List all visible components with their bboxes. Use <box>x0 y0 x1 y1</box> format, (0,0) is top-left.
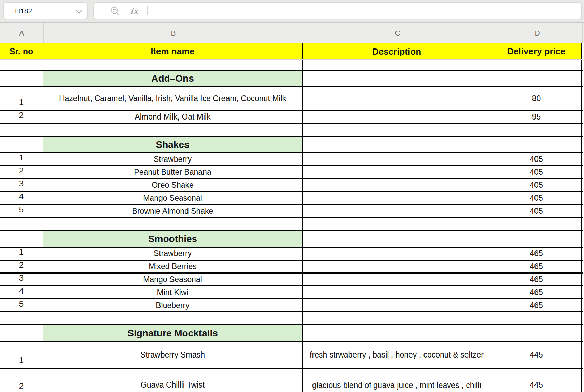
cell[interactable] <box>303 71 491 86</box>
cell[interactable] <box>491 71 582 86</box>
cell[interactable] <box>0 71 43 86</box>
column-header-a[interactable]: A <box>0 23 44 43</box>
header-cell-item[interactable]: Item name <box>43 43 303 59</box>
item-description-cell[interactable] <box>303 299 491 311</box>
item-name-cell[interactable]: Mint Kiwi <box>43 286 303 298</box>
item-description-cell[interactable]: glacious blend of guava juice , mint lea… <box>303 369 491 392</box>
cell[interactable] <box>303 218 491 230</box>
item-price-cell[interactable]: 465 <box>491 248 582 260</box>
cell[interactable] <box>303 60 491 70</box>
column-header-c[interactable]: C <box>303 23 492 43</box>
item-price-cell[interactable]: 465 <box>491 299 582 311</box>
cell[interactable] <box>303 124 491 136</box>
item-sr-cell[interactable]: 2 <box>0 166 43 178</box>
header-cell-price[interactable]: Delivery price <box>491 43 582 59</box>
item-description-cell[interactable] <box>303 205 491 217</box>
item-name-cell[interactable]: Peanut Butter Banana <box>43 166 303 178</box>
cell[interactable] <box>43 60 303 70</box>
item-description-cell[interactable] <box>303 179 491 191</box>
cell[interactable] <box>43 218 303 230</box>
item-sr-cell[interactable]: 1 <box>0 248 43 260</box>
column-header-b[interactable]: B <box>44 23 303 43</box>
cell[interactable] <box>491 325 582 341</box>
cell[interactable] <box>0 231 43 247</box>
column-header-d[interactable]: D <box>492 23 583 43</box>
item-name-cell[interactable]: Mango Seasonal <box>43 274 303 285</box>
cell[interactable] <box>0 312 43 324</box>
item-name-cell[interactable]: Brownie Almond Shake <box>43 205 303 217</box>
cell[interactable] <box>0 325 43 341</box>
item-price-cell[interactable]: 80 <box>491 87 582 110</box>
item-sr-cell[interactable]: 1 <box>0 153 43 165</box>
item-description-cell[interactable] <box>303 248 491 260</box>
cell[interactable] <box>303 312 491 324</box>
item-name-cell[interactable]: Strawberry Smash <box>43 342 303 368</box>
section-title[interactable]: Shakes <box>43 137 303 152</box>
item-description-cell[interactable] <box>303 286 491 298</box>
cell[interactable] <box>303 325 491 341</box>
item-description-cell[interactable] <box>303 192 491 204</box>
item-sr-cell[interactable]: 2 <box>0 261 43 272</box>
cell[interactable] <box>491 137 582 152</box>
item-description-cell[interactable] <box>303 274 491 285</box>
item-sr-cell[interactable]: 2 <box>0 369 43 392</box>
cell[interactable] <box>303 137 491 152</box>
item-description-cell[interactable]: fresh strwaberry , basil , honey , cocon… <box>303 342 491 368</box>
cell[interactable] <box>0 60 43 70</box>
item-sr-cell[interactable]: 5 <box>0 299 43 311</box>
item-name-cell[interactable]: Strawberry <box>43 248 303 260</box>
cell[interactable] <box>491 60 582 70</box>
item-price-cell[interactable]: 445 <box>491 369 582 392</box>
item-sr-cell[interactable]: 2 <box>0 111 43 123</box>
item-name-cell[interactable]: Almond Milk, Oat Milk <box>43 111 303 123</box>
cell[interactable] <box>491 231 582 247</box>
item-description-cell[interactable] <box>303 111 491 123</box>
item-description-cell[interactable] <box>303 153 491 165</box>
item-name-cell[interactable]: Guava Chillli Twist <box>43 369 303 392</box>
item-sr-cell[interactable]: 1 <box>0 87 43 110</box>
item-price-cell[interactable]: 465 <box>491 274 582 285</box>
cell[interactable] <box>0 218 43 230</box>
item-sr-cell[interactable]: 5 <box>0 205 43 217</box>
item-name-cell[interactable]: Blueberry <box>43 299 303 311</box>
formula-bar-input[interactable]: fx <box>93 2 582 19</box>
item-sr-cell[interactable]: 3 <box>0 274 43 285</box>
section-title[interactable]: Signature Mocktails <box>43 325 303 341</box>
item-price-cell[interactable]: 405 <box>491 166 582 178</box>
item-name-cell[interactable]: Mango Seasonal <box>43 192 303 204</box>
cell[interactable] <box>43 312 303 324</box>
section-title[interactable]: Smoothies <box>43 231 303 247</box>
item-sr-cell[interactable]: 4 <box>0 286 43 298</box>
cell[interactable] <box>303 231 491 247</box>
cell[interactable] <box>491 124 582 136</box>
search-icon[interactable] <box>110 6 120 16</box>
item-price-cell[interactable]: 405 <box>491 205 582 217</box>
cell[interactable] <box>491 218 582 230</box>
item-price-cell[interactable]: 445 <box>491 342 582 368</box>
item-price-cell[interactable]: 405 <box>491 179 582 191</box>
cell[interactable] <box>0 124 43 136</box>
item-price-cell[interactable]: 465 <box>491 286 582 298</box>
item-price-cell[interactable]: 95 <box>491 111 582 123</box>
chevron-down-icon[interactable] <box>76 10 82 14</box>
item-price-cell[interactable]: 405 <box>491 153 582 165</box>
item-price-cell[interactable]: 465 <box>491 261 582 272</box>
cell[interactable] <box>0 137 43 152</box>
name-box[interactable]: H182 <box>3 2 88 19</box>
section-title[interactable]: Add–Ons <box>43 71 303 86</box>
item-name-cell[interactable]: Oreo Shake <box>43 179 303 191</box>
item-name-cell[interactable]: Hazelnut, Caramel, Vanilla, Irish, Vanil… <box>43 87 303 110</box>
item-sr-cell[interactable]: 3 <box>0 179 43 191</box>
header-cell-srno[interactable]: Sr. no <box>0 43 43 59</box>
item-name-cell[interactable]: Mixed Berries <box>43 261 303 272</box>
cell[interactable] <box>491 312 582 324</box>
header-cell-desc[interactable]: Description <box>303 43 491 59</box>
item-description-cell[interactable] <box>303 87 491 110</box>
item-price-cell[interactable]: 405 <box>491 192 582 204</box>
item-sr-cell[interactable]: 1 <box>0 342 43 368</box>
item-description-cell[interactable] <box>303 166 491 178</box>
item-description-cell[interactable] <box>303 261 491 272</box>
item-name-cell[interactable]: Strawberry <box>43 153 303 165</box>
cell[interactable] <box>43 124 303 136</box>
item-sr-cell[interactable]: 4 <box>0 192 43 204</box>
